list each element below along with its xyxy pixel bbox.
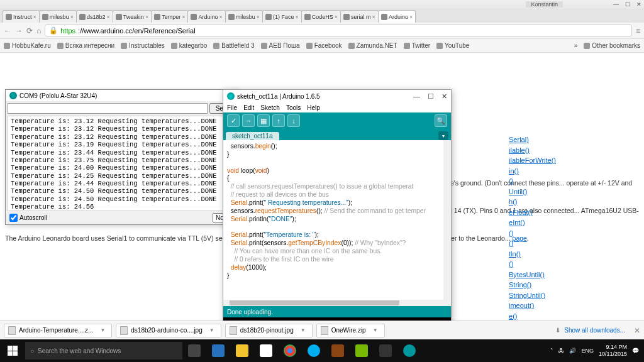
close-tab-icon[interactable]: × <box>296 14 299 20</box>
close-tab-icon[interactable]: × <box>335 14 338 20</box>
upload-button[interactable]: → <box>242 114 255 127</box>
store-button[interactable] <box>254 339 278 362</box>
minimize-icon[interactable]: — <box>413 92 420 101</box>
reference-link[interactable]: Until() <box>509 187 556 197</box>
bookmark-item[interactable]: Facebook <box>306 42 342 49</box>
chevron-down-icon[interactable]: ▼ <box>301 327 306 333</box>
bookmark-item[interactable]: Всяка интересни <box>57 42 114 49</box>
skype-button[interactable] <box>302 339 326 362</box>
close-tab-icon[interactable]: × <box>182 14 185 20</box>
tab-menu-button[interactable]: ▾ <box>438 131 448 140</box>
download-item[interactable]: OneWire.zip▼ <box>316 324 385 337</box>
edge-button[interactable] <box>206 339 230 362</box>
reference-link[interactable]: ilable() <box>509 145 556 156</box>
reference-link[interactable]: ilableForWrite() <box>509 155 556 166</box>
bookmark-item[interactable]: HobbuKafe.ru <box>4 42 51 49</box>
nvidia-button[interactable] <box>350 339 374 362</box>
bookmark-item[interactable]: Zamunda.NET <box>348 42 397 49</box>
chrome-button[interactable] <box>278 339 302 362</box>
close-tab-icon[interactable]: × <box>70 14 74 20</box>
browser-tab[interactable]: Temper× <box>151 10 188 23</box>
minimize-icon[interactable]: — <box>613 1 619 8</box>
reference-link[interactable]: eInt() <box>509 217 556 228</box>
reference-link[interactable]: StringUntil() <box>509 290 556 301</box>
reference-link[interactable]: e() <box>509 311 556 322</box>
close-tab-icon[interactable]: × <box>372 14 375 20</box>
serial-titlebar[interactable]: COM9 (Pololu A-Star 32U4) <box>6 90 238 101</box>
browser-tab[interactable]: serial m× <box>340 10 379 23</box>
reference-link[interactable]: () <box>509 238 556 249</box>
download-item[interactable]: Arduino-Temperature....z...▼ <box>4 324 112 337</box>
menu-edit[interactable]: Edit <box>243 104 254 111</box>
maximize-icon[interactable]: ☐ <box>428 92 434 101</box>
vertical-scrollbar[interactable] <box>443 140 451 300</box>
reference-link[interactable]: imeout() <box>509 300 556 311</box>
bookmark-item[interactable]: kategarbo <box>171 42 207 49</box>
browser-tab[interactable]: (1) Face× <box>262 10 302 23</box>
menu-sketch[interactable]: Sketch <box>260 104 280 111</box>
language-indicator[interactable]: ENG <box>581 348 594 354</box>
reference-link[interactable]: () <box>509 228 556 239</box>
bookmark-item[interactable]: Instructables <box>121 42 165 49</box>
menu-button[interactable]: ≡ <box>636 26 640 35</box>
serial-monitor-button[interactable]: 🔍 <box>435 114 447 127</box>
bookmark-item[interactable]: Twitter <box>404 42 430 49</box>
forward-button[interactable]: → <box>15 26 23 35</box>
browser-tab[interactable]: ds18b2× <box>76 10 113 23</box>
browser-tab[interactable]: Instruct× <box>3 10 40 23</box>
action-center-icon[interactable]: 💬 <box>632 348 639 354</box>
save-button[interactable]: ↓ <box>287 114 300 127</box>
cortana-search[interactable]: ○Search the web and Windows <box>25 342 182 359</box>
browser-tab[interactable]: milesbu× <box>225 10 263 23</box>
bookmark-item[interactable]: YouTube <box>436 42 469 49</box>
download-item[interactable]: ds18b20-arduino-co....jpg▼ <box>116 324 221 337</box>
home-button[interactable]: ⌂ <box>36 26 41 35</box>
download-item[interactable]: ds18b20-pinout.jpg▼ <box>225 324 313 337</box>
start-button[interactable] <box>0 339 25 362</box>
menu-tools[interactable]: Tools <box>286 104 301 111</box>
close-tab-icon[interactable]: × <box>219 14 222 20</box>
other-bookmarks[interactable]: Other bookmarks <box>584 42 640 49</box>
back-button[interactable]: ← <box>4 26 11 35</box>
network-icon[interactable]: 🖧 <box>558 348 564 354</box>
horizontal-scrollbar[interactable] <box>223 300 451 306</box>
autoscroll-checkbox[interactable]: Autoscroll <box>9 214 47 222</box>
chevron-down-icon[interactable]: ▼ <box>373 327 378 333</box>
close-icon[interactable]: ✕ <box>441 92 447 101</box>
reload-button[interactable]: ⟳ <box>26 26 33 35</box>
reference-link[interactable]: Serial) <box>509 134 556 145</box>
reference-link[interactable]: eFloat() <box>509 207 556 218</box>
reference-link[interactable]: String() <box>509 280 556 290</box>
menu-help[interactable]: Help <box>307 104 320 111</box>
bookmark-item[interactable]: Battlefield 3 <box>213 42 254 49</box>
chevron-down-icon[interactable]: ▼ <box>100 327 105 333</box>
tray-up-icon[interactable]: ˄ <box>550 348 553 354</box>
browser-tab[interactable]: Arduino× <box>378 10 416 23</box>
chevron-right-icon[interactable]: » <box>574 42 578 49</box>
explorer-button[interactable] <box>230 339 254 362</box>
open-button[interactable]: ↑ <box>272 114 285 127</box>
maximize-icon[interactable]: ☐ <box>625 1 630 8</box>
close-tab-icon[interactable]: × <box>409 14 413 20</box>
browser-tab[interactable]: Arduino× <box>187 10 225 23</box>
reference-link[interactable]: in() <box>509 166 556 177</box>
ide-titlebar[interactable]: sketch_oct11a | Arduino 1.6.5 — ☐ ✕ <box>223 90 451 102</box>
winrar-button[interactable] <box>326 339 350 362</box>
close-tab-icon[interactable]: × <box>257 14 260 20</box>
reference-link[interactable]: () <box>509 259 556 270</box>
close-tab-icon[interactable]: × <box>107 14 110 20</box>
address-bar[interactable]: 🔒 https://www.arduino.cc/en/Reference/Se… <box>45 25 632 36</box>
close-tab-icon[interactable]: × <box>33 14 36 20</box>
reference-link[interactable]: h() <box>509 197 556 207</box>
menu-file[interactable]: File <box>227 104 237 111</box>
bookmark-item[interactable]: АЕВ Поша <box>261 42 300 49</box>
code-editor[interactable]: sensors.begin(); } void loop(void) { // … <box>223 140 451 300</box>
arduino-button[interactable] <box>397 339 421 362</box>
show-all-downloads-link[interactable]: Show all downloads... <box>564 327 625 334</box>
close-downloads-icon[interactable]: ✕ <box>634 326 640 335</box>
sketch-tab[interactable]: sketch_oct11a <box>226 132 279 140</box>
app-button[interactable] <box>374 339 397 362</box>
browser-tab[interactable]: CodeHS× <box>301 10 341 23</box>
close-tab-icon[interactable]: × <box>145 14 148 20</box>
reference-link[interactable]: () <box>509 176 556 187</box>
